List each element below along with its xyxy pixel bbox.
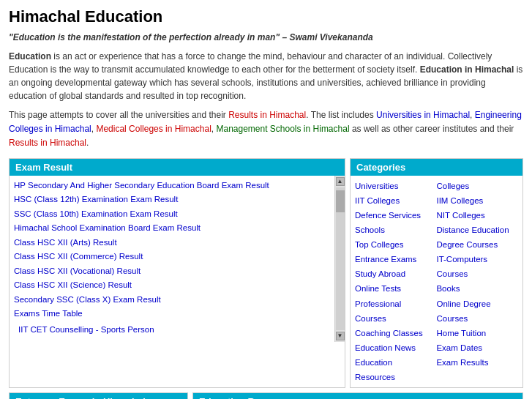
intro-bold1: Education <box>9 51 51 61</box>
exam-link-5[interactable]: Class HSC XII (Commerce) Result <box>14 250 330 264</box>
cat-link-exam-dates[interactable]: Exam Dates <box>436 340 518 355</box>
cat-link-iit[interactable]: IIT Colleges <box>355 193 429 208</box>
scrollbar[interactable]: ▲ ▼ <box>334 176 345 342</box>
cat-link-schools[interactable]: Schools <box>355 223 429 237</box>
edu-resources-section: Education Resources Student Guide Easy E… <box>192 392 523 399</box>
bottom-sections-row: Entrance Exams in Himachal Academic Serv… <box>9 392 523 399</box>
cat-link-edu-resources[interactable]: Education Resources <box>355 355 429 384</box>
scrollbar-track[interactable] <box>336 187 345 330</box>
cat-link-nit[interactable]: NIT Colleges <box>436 208 518 223</box>
scrollbar-thumb[interactable] <box>336 190 345 212</box>
exam-link-0[interactable]: HP Secondary And Higher Secondary Educat… <box>14 179 330 193</box>
cat-link-distance[interactable]: Distance Education <box>436 223 518 237</box>
cat-link-online-degree[interactable]: Online Degree Courses <box>436 297 518 326</box>
exam-link-7[interactable]: Class HSC XII (Science) Result <box>14 278 330 293</box>
cat-link-defence[interactable]: Defence Services <box>355 208 429 223</box>
cat-link-universities[interactable]: Universities <box>355 179 429 193</box>
scroll-down-button[interactable]: ▼ <box>336 332 345 340</box>
exam-link-9[interactable]: Exams Time Table <box>14 307 330 321</box>
exam-result-inner: HP Secondary And Higher Secondary Educat… <box>10 176 345 342</box>
main-container: Himachal Education "Education is the man… <box>0 0 532 399</box>
cat-link-study-abroad[interactable]: Study Abroad <box>355 266 429 281</box>
cat-link-books[interactable]: Books <box>436 281 518 296</box>
management-link[interactable]: Management Schools in Himachal <box>216 124 349 134</box>
cat-link-exam-results[interactable]: Exam Results <box>436 355 518 370</box>
entrance-exams-section: Entrance Exams in Himachal Academic Serv… <box>9 392 188 399</box>
exam-link-3[interactable]: Himachal School Examination Board Exam R… <box>14 221 330 236</box>
edu-resources-header: Education Resources <box>193 393 522 399</box>
exam-result-header: Exam Result <box>10 159 345 176</box>
exam-link-10[interactable]: IIT CET Counselling - Sports Person <box>14 321 330 339</box>
cat-link-home-tuition[interactable]: Home Tuition <box>436 326 518 340</box>
cat-link-professional[interactable]: Professional Courses <box>355 297 429 326</box>
categories-col2: Colleges IIM Colleges NIT Colleges Dista… <box>436 179 518 385</box>
cat-link-entrance[interactable]: Entrance Exams <box>355 252 429 266</box>
universities-link[interactable]: Universities in Himachal <box>376 110 470 120</box>
cat-link-iim[interactable]: IIM Colleges <box>436 193 518 208</box>
cat-link-edu-news[interactable]: Education News <box>355 340 429 355</box>
exam-link-4[interactable]: Class HSC XII (Arts) Result <box>14 236 330 250</box>
exam-link-8[interactable]: Secondary SSC (Class X) Exam Result <box>14 293 330 307</box>
categories-col1: Universities IIT Colleges Defence Servic… <box>355 179 429 385</box>
results-himachal-link2[interactable]: Results in Himachal <box>9 138 86 148</box>
categories-section: Categories Universities IIT Colleges Def… <box>350 158 523 389</box>
intro-links-paragraph: This page attempts to cover all the univ… <box>9 108 523 151</box>
medical-link[interactable]: Medical Colleges in Himachal <box>96 124 211 134</box>
exam-link-1[interactable]: HSC (Class 12th) Examination Exam Result <box>14 193 330 207</box>
categories-cols: Universities IIT Colleges Defence Servic… <box>351 176 522 388</box>
exam-link-2[interactable]: SSC (Class 10th) Examination Exam Result <box>14 207 330 222</box>
quote-text: "Education is the manifestation of the p… <box>9 32 523 42</box>
intro-paragraph: Education is an act or experience that h… <box>9 50 523 102</box>
cat-link-top-colleges[interactable]: Top Colleges <box>355 237 429 252</box>
exam-result-section: Exam Result HP Secondary And Higher Seco… <box>9 158 345 389</box>
cat-link-it-computers[interactable]: IT-Computers Courses <box>436 252 518 281</box>
intro-bold2: Education in Himachal <box>420 64 514 75</box>
entrance-exams-header: Entrance Exams in Himachal <box>10 393 187 399</box>
exam-link-6[interactable]: Class HSC XII (Vocational) Result <box>14 264 330 279</box>
results-himachal-link1[interactable]: Results in Himachal <box>228 110 306 120</box>
scroll-up-button[interactable]: ▲ <box>336 177 345 186</box>
cat-link-degree[interactable]: Degree Courses <box>436 237 518 252</box>
top-sections-row: Exam Result HP Secondary And Higher Seco… <box>9 158 523 389</box>
cat-link-coaching[interactable]: Coaching Classes <box>355 326 429 340</box>
page-title: Himachal Education <box>9 7 523 26</box>
exam-links-list: HP Secondary And Higher Secondary Educat… <box>10 176 334 342</box>
categories-header: Categories <box>351 159 522 176</box>
cat-link-colleges[interactable]: Colleges <box>436 179 518 193</box>
cat-link-online-tests[interactable]: Online Tests <box>355 281 429 296</box>
